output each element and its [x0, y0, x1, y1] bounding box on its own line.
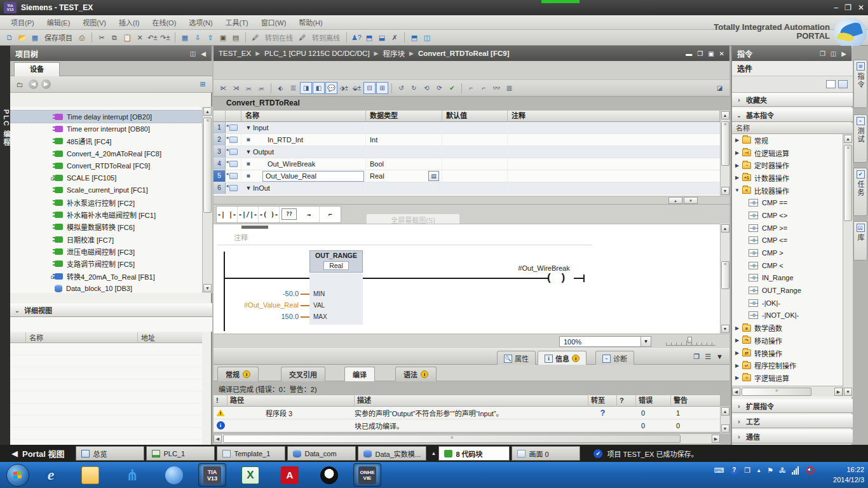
- cut-icon[interactable]: ✂: [96, 32, 107, 43]
- rail-tab-instructions[interactable]: ⊞ 指令: [853, 60, 867, 108]
- instr-ok[interactable]: ⊣⊢-|OK|-: [732, 297, 843, 309]
- tab-info[interactable]: ℹ信息i: [538, 351, 587, 365]
- inspector-collapse-icon[interactable]: ▼: [716, 353, 723, 361]
- nc-contact-icon[interactable]: -|/|-: [238, 207, 259, 222]
- breadcrumb-project[interactable]: TEST_EX: [219, 50, 251, 57]
- zoom-slider[interactable]: [666, 338, 715, 346]
- taskbar-bird-app[interactable]: ⋔: [118, 463, 146, 487]
- breadcrumb-current[interactable]: Convert_RTDToReal [FC9]: [418, 50, 510, 57]
- insert-row-icon[interactable]: ⫘: [243, 82, 255, 94]
- split-vertical-icon[interactable]: ◫: [421, 32, 433, 43]
- forward-icon[interactable]: ▶: [41, 79, 51, 89]
- editor-maximize-icon[interactable]: ▣: [708, 50, 714, 57]
- tree-item-fc4[interactable]: 485通讯 [FC4]: [10, 135, 202, 147]
- tree-item-fc5[interactable]: 支路调节阀控制 [FC5]: [10, 258, 202, 270]
- taskbar-viewer[interactable]: ONHEVIE: [353, 463, 381, 487]
- portal-view-button[interactable]: ◀ Portal 视图: [0, 447, 76, 459]
- iface-row-input[interactable]: 1 ▼Input: [214, 122, 720, 134]
- group-math[interactable]: ▶±数学函数: [732, 322, 843, 334]
- add-folder-icon[interactable]: 🗀: [14, 79, 25, 90]
- task-data-com[interactable]: Data_com: [287, 446, 356, 461]
- breakpoint-icon[interactable]: 👓: [491, 82, 503, 94]
- lad-network-canvas[interactable]: 注释 OUT_RANGE Real MIN VAL MAX -50.0 #Out…: [214, 224, 720, 334]
- scroll-right-icon[interactable]: ▶: [712, 435, 720, 443]
- message-scrollbar[interactable]: ▲ ▼: [720, 407, 729, 433]
- rail-tab-tasks[interactable]: ✔ 任务: [853, 168, 867, 216]
- editor-splitter[interactable]: ▲ ▼: [214, 196, 729, 205]
- sort-icon[interactable]: ⊞: [197, 79, 208, 90]
- undo-icon[interactable]: ↶±: [147, 32, 158, 43]
- go-online-plug-icon[interactable]: 🖉: [250, 32, 261, 43]
- split-horizontal-icon[interactable]: ⬒: [409, 32, 420, 43]
- favorites-toggle-icon[interactable]: ⬗±: [338, 82, 350, 94]
- instr-not-ok[interactable]: ⊣⊢-|NOT_OK|-: [732, 309, 843, 322]
- instr-cmp-ne[interactable]: ⊣⊢CMP <>: [732, 209, 843, 222]
- save-project-button[interactable]: 保存项目: [42, 32, 75, 43]
- group-general[interactable]: ▶常规: [732, 134, 843, 147]
- drag-handle-icon[interactable]: [229, 185, 238, 191]
- drag-handle-icon[interactable]: [229, 173, 238, 179]
- open-project-icon[interactable]: 📂: [17, 32, 28, 43]
- group-timers[interactable]: ▶◔定时器操作: [732, 159, 843, 172]
- scroll-up-icon[interactable]: ▲: [721, 407, 729, 416]
- open-branch-icon[interactable]: →: [299, 207, 320, 222]
- tree-item-fc105[interactable]: SCALE [FC105]: [10, 172, 202, 184]
- taskbar-tia[interactable]: TIAV13: [198, 463, 226, 487]
- breadcrumb-blocks[interactable]: 程序块: [383, 48, 405, 58]
- detach-editor-icon[interactable]: ◪: [714, 82, 726, 94]
- print-icon[interactable]: ⎙: [76, 32, 88, 43]
- group-comparators[interactable]: ▼<比较器操作: [732, 184, 843, 197]
- status-toggle-icon[interactable]: ⬙±: [351, 82, 363, 94]
- scroll-down-icon[interactable]: ▼: [721, 325, 729, 333]
- task-code-blocks[interactable]: 8 代码块: [438, 446, 510, 461]
- editor-float-icon[interactable]: ❐: [697, 50, 703, 57]
- ff-block-icon[interactable]: ⬖: [275, 82, 287, 94]
- drag-handle-icon[interactable]: [229, 137, 238, 143]
- type-dropdown-button[interactable]: ▤: [428, 171, 439, 181]
- power-plug-icon[interactable]: 🖧: [779, 466, 786, 474]
- rail-tab-testing[interactable]: ⌁ 测试: [853, 114, 867, 163]
- section-extended-instructions[interactable]: ›扩展指令: [732, 399, 853, 413]
- new-project-icon[interactable]: 🗋: [4, 32, 15, 43]
- tree-item-fc1-valve[interactable]: 补水箱补水电磁阀控制 [FC1]: [10, 208, 202, 220]
- section-basic-instructions[interactable]: ⌄基本指令: [732, 108, 853, 122]
- paste-icon[interactable]: 📋: [121, 32, 133, 43]
- instr-cmp-eq[interactable]: ⊣⊢CMP ==: [732, 196, 843, 209]
- taskbar-pdf[interactable]: A: [276, 463, 304, 487]
- out-range-block-type[interactable]: Real: [309, 260, 363, 273]
- tab-diagnostics[interactable]: ⌁诊断: [595, 351, 634, 365]
- start-button[interactable]: [6, 464, 29, 487]
- insert-network-icon[interactable]: ⋉: [217, 82, 229, 94]
- out-range-block-name[interactable]: OUT_RANGE: [309, 250, 363, 261]
- tree-item-fc7[interactable]: 日期校准 [FC7]: [10, 233, 202, 245]
- go-offline-plug-icon[interactable]: 🖉: [297, 32, 308, 43]
- inspector-menu-icon[interactable]: ☰: [705, 353, 711, 361]
- project-tree-scrollbar[interactable]: ▲ ≡ ▼: [202, 107, 212, 293]
- group-counters[interactable]: ▶+1计数器操作: [732, 172, 843, 184]
- network-signal-icon[interactable]: [792, 466, 799, 475]
- scroll-down-icon[interactable]: ▼: [844, 388, 852, 396]
- menu-project[interactable]: 项目(P): [5, 15, 40, 29]
- menu-help[interactable]: 帮助(H): [293, 15, 328, 29]
- help-tray-icon[interactable]: ?: [729, 466, 738, 475]
- taskbar-ie[interactable]: e: [37, 463, 65, 487]
- drag-handle-icon[interactable]: [229, 161, 238, 167]
- section-favorites[interactable]: ›收藏夹: [732, 93, 853, 107]
- tray-expand-icon[interactable]: ▲: [756, 468, 761, 473]
- group-bit-logic[interactable]: ▶⊣位逻辑运算: [732, 147, 843, 159]
- network-comment[interactable]: 注释: [234, 232, 248, 242]
- stop-simulation-icon[interactable]: ⬓: [376, 32, 388, 43]
- scroll-up-icon[interactable]: ▲: [203, 107, 212, 116]
- menu-options[interactable]: 选项(N): [183, 15, 218, 29]
- subtab-general[interactable]: 常规i: [217, 367, 259, 381]
- grid-view-icon[interactable]: [838, 80, 848, 88]
- tree-item-db3[interactable]: Data_block_10 [DB3]: [10, 282, 202, 293]
- tree-item-ob20[interactable]: Time delay interrupt [OB20]: [10, 111, 202, 123]
- section-technology[interactable]: ›工艺: [732, 414, 853, 428]
- start-simulation-icon[interactable]: ⬒: [363, 32, 375, 43]
- go-to-error-icon[interactable]: ↺: [395, 82, 407, 94]
- menu-view[interactable]: 视图(V): [77, 15, 112, 29]
- splitter-down-icon[interactable]: ▼: [684, 197, 698, 204]
- call-env-icon[interactable]: ▥: [503, 82, 515, 94]
- close-icon[interactable]: ✕: [858, 3, 864, 12]
